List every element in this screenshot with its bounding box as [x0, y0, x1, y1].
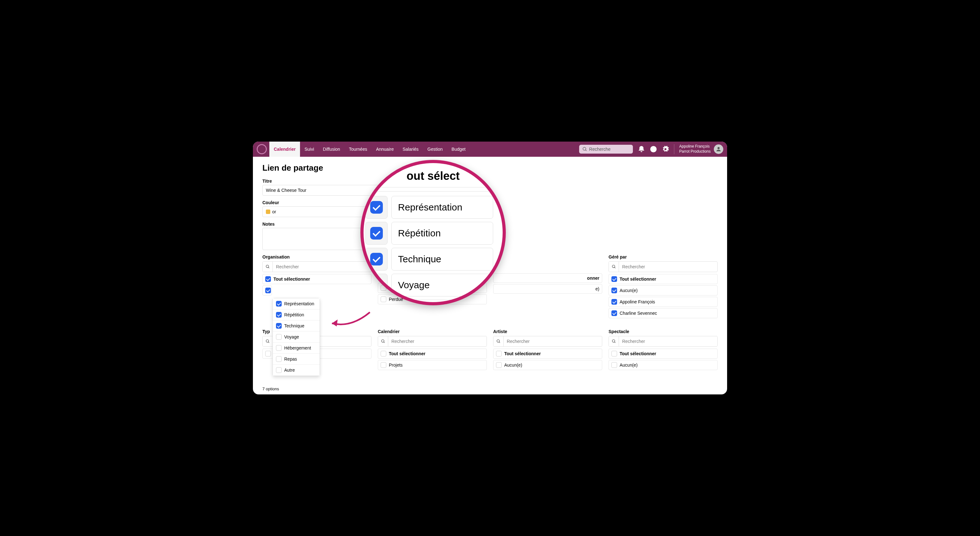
cal-search[interactable]: [378, 336, 487, 347]
checkbox-icon[interactable]: [611, 299, 617, 305]
nav-item-diffusion[interactable]: Diffusion: [319, 142, 345, 157]
checkbox-icon: [370, 227, 383, 240]
dropdown-option[interactable]: Répétition: [273, 309, 320, 320]
checkbox-icon[interactable]: [611, 310, 617, 316]
option-row[interactable]: Aucun(e): [609, 285, 718, 296]
nav-item-suivi[interactable]: Suivi: [300, 142, 318, 157]
nav-item-annuaire[interactable]: Annuaire: [371, 142, 398, 157]
checkbox-icon[interactable]: [276, 323, 282, 329]
checkbox-icon[interactable]: [611, 351, 617, 356]
checkbox-icon[interactable]: [276, 334, 282, 340]
search-icon: [582, 146, 587, 152]
checkbox-icon[interactable]: [265, 351, 271, 356]
dropdown-option[interactable]: Voyage: [273, 331, 320, 343]
svg-point-11: [381, 340, 384, 342]
bell-icon[interactable]: [638, 146, 645, 153]
svg-point-5: [266, 265, 268, 268]
org-search-input[interactable]: [273, 262, 371, 272]
search-icon: [612, 339, 616, 344]
checkbox-icon[interactable]: [611, 276, 617, 282]
svg-line-8: [614, 267, 615, 268]
magnifier-lens: out sélect ReprésentationRépétitionTechn…: [360, 160, 506, 305]
checkbox-icon[interactable]: [265, 288, 271, 293]
checkbox-icon[interactable]: [276, 312, 282, 318]
svg-line-12: [383, 342, 384, 343]
dropdown-option[interactable]: Technique: [273, 320, 320, 331]
nav-item-budget[interactable]: Budget: [447, 142, 470, 157]
svg-line-6: [268, 267, 269, 268]
gere-search-input[interactable]: [619, 262, 717, 272]
svg-line-1: [585, 150, 586, 151]
gere-search[interactable]: [609, 261, 718, 272]
spec-search-input[interactable]: [619, 337, 717, 346]
top-icons: [638, 146, 669, 153]
search-icon: [266, 339, 270, 344]
checkbox-icon[interactable]: [611, 288, 617, 293]
option-row[interactable]: Tout sélectionner: [609, 348, 718, 359]
checkbox-icon[interactable]: [276, 356, 282, 362]
checkbox-icon[interactable]: [380, 351, 386, 356]
search-icon: [381, 339, 385, 344]
cal-search-input[interactable]: [388, 337, 487, 346]
org-search[interactable]: [262, 261, 371, 272]
svg-point-13: [496, 340, 499, 342]
svg-line-10: [268, 342, 269, 343]
titre-label: Titre: [262, 178, 718, 184]
checkbox-icon[interactable]: [611, 362, 617, 368]
dropdown-option[interactable]: Représentation: [273, 298, 320, 309]
art-search-input[interactable]: [504, 337, 602, 346]
option-row[interactable]: Charline Sevennec: [609, 308, 718, 318]
dropdown-option[interactable]: Hébergement: [273, 343, 320, 354]
option-row[interactable]: Projets: [378, 360, 487, 370]
nav-item-gestion[interactable]: Gestion: [423, 142, 447, 157]
lens-option-row: Technique: [373, 248, 493, 270]
search-placeholder: Recherche: [589, 146, 611, 152]
search-icon: [612, 264, 616, 269]
checkbox-icon[interactable]: [265, 276, 271, 282]
checkbox-icon[interactable]: [380, 296, 386, 302]
option-row[interactable]: onner: [493, 274, 602, 283]
option-row[interactable]: Aucun(e): [493, 360, 602, 370]
checkbox-icon[interactable]: [496, 362, 502, 368]
global-search[interactable]: Recherche: [579, 145, 633, 154]
option-row[interactable]: Tout sélectionner: [378, 348, 487, 359]
checkbox-icon[interactable]: [276, 301, 282, 307]
checkbox-icon[interactable]: [380, 362, 386, 368]
checkbox-icon[interactable]: [276, 367, 282, 373]
checkbox-icon[interactable]: [276, 345, 282, 351]
option-row[interactable]: e): [493, 284, 602, 294]
help-icon[interactable]: [650, 146, 657, 153]
nav-item-tournées[interactable]: Tournées: [345, 142, 372, 157]
svg-point-3: [653, 150, 654, 151]
svg-line-14: [499, 342, 500, 343]
svg-line-16: [614, 342, 615, 343]
lens-option-row: Répétition: [373, 222, 493, 245]
filter-calendrier: Calendrier Tout sélectionnerProjets: [378, 329, 487, 371]
nav-item-calendrier[interactable]: Calendrier: [269, 142, 300, 157]
user-menu[interactable]: Appoline François Parrot Productions: [674, 144, 723, 154]
main-nav: CalendrierSuiviDiffusionTournéesAnnuaire…: [269, 142, 470, 157]
dropdown-option[interactable]: Repas: [273, 354, 320, 365]
app-logo-icon: [257, 144, 267, 154]
avatar-icon: [714, 145, 723, 154]
topbar: CalendrierSuiviDiffusionTournéesAnnuaire…: [253, 142, 727, 157]
org-select-all[interactable]: Tout sélectionner: [262, 274, 371, 284]
gear-icon[interactable]: [662, 146, 669, 153]
filter-spectacle: Spectacle Tout sélectionnerAucun(e): [609, 329, 718, 371]
svg-point-0: [583, 147, 586, 150]
org-option-partial[interactable]: [262, 285, 272, 296]
option-row[interactable]: Aucun(e): [609, 360, 718, 370]
app-window: CalendrierSuiviDiffusionTournéesAnnuaire…: [253, 142, 727, 394]
checkbox-icon[interactable]: [496, 351, 502, 356]
spec-search[interactable]: [609, 336, 718, 347]
dropdown-option[interactable]: Autre: [273, 365, 320, 376]
svg-point-7: [612, 265, 614, 268]
option-row[interactable]: Tout sélectionner: [493, 348, 602, 359]
art-search[interactable]: [493, 336, 602, 347]
page-title: Lien de partage: [262, 163, 718, 173]
filter-hidden-middle: onnere): [493, 254, 602, 320]
option-row[interactable]: Appoline François: [609, 297, 718, 307]
option-row[interactable]: Tout sélectionner: [609, 274, 718, 284]
svg-point-4: [718, 147, 720, 149]
nav-item-salariés[interactable]: Salariés: [398, 142, 423, 157]
